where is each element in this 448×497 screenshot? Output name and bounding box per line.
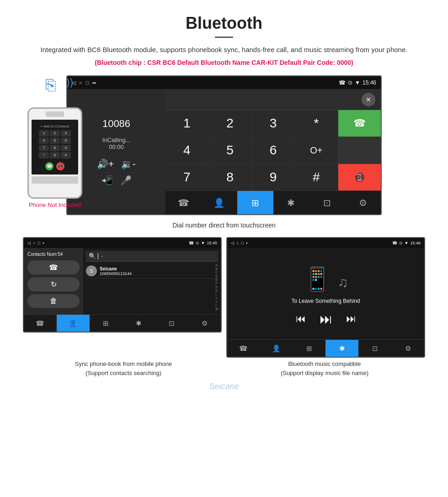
contacts-time: 15:45 <box>207 241 217 245</box>
music-notif-icon: ▪ <box>246 241 247 245</box>
key-4[interactable]: 4 <box>165 137 208 164</box>
contacts-bottom-bar: ☎ 👤 ⊞ ✱ ⊡ ⚙ <box>24 314 221 332</box>
alphabet-k: K <box>215 300 218 303</box>
previous-track-button[interactable]: ⏮ <box>296 313 306 325</box>
bottom-settings-icon[interactable]: ⚙ <box>345 191 381 214</box>
contacts-screenshot: ◁ ○ □ ▪ ☎ ⊙ ▼ 15:45 Contacts Num:54 <box>23 237 222 358</box>
alphabet-b: B <box>215 267 218 270</box>
music-phone-icon: ☎ <box>392 241 397 245</box>
music-mini-contacts-icon[interactable]: 👤 <box>260 340 293 357</box>
key-hash[interactable]: # <box>295 164 337 190</box>
song-title: To Leave Something Behind <box>291 298 360 304</box>
contact-avatar: S <box>86 265 97 276</box>
bottom-bluetooth-icon[interactable]: ✱ <box>273 191 309 214</box>
bottom-captions: Sync phone-book from mobile phone(Suppor… <box>0 360 448 377</box>
music-mini-transfer-icon[interactable]: ⊡ <box>358 340 391 357</box>
alphabet-i: I <box>215 293 218 296</box>
time-display: 15:46 <box>363 79 376 86</box>
music-location-icon: ⊙ <box>399 241 403 245</box>
back-arrow-icon: ← <box>100 254 105 259</box>
mic-icon[interactable]: 🎤 <box>120 175 132 186</box>
contacts-phone-icon: ☎ <box>189 241 194 245</box>
phone-music-icon: 📱 <box>303 266 331 292</box>
alphabet-d: D <box>215 275 218 278</box>
music-mini-bluetooth-icon[interactable]: ✱ <box>325 340 358 357</box>
music-bottom-bar: ☎ 👤 ⊞ ✱ ⊡ ⚙ <box>227 339 424 357</box>
music-caption: Bluetooth music compatible(Support displ… <box>224 360 425 377</box>
key-9[interactable]: 9 <box>252 164 294 190</box>
alphabet-m: M <box>215 307 218 311</box>
sync-action-btn[interactable]: ↻ <box>27 277 80 291</box>
music-wifi-icon: ▼ <box>405 241 409 245</box>
contact-item[interactable]: S Seicane 10655059113144 A B C D <box>86 264 218 279</box>
notification-icon: ▪▪ <box>92 80 96 85</box>
music-recents-icon: □ <box>241 241 243 245</box>
contacts-location-icon: ⊙ <box>196 241 199 245</box>
bluetooth-icon: ⎘ <box>46 75 56 95</box>
transfer-icon[interactable]: 📲 <box>101 175 113 186</box>
alphabet-l: L <box>215 304 218 307</box>
mini-transfer-icon[interactable]: ⊡ <box>155 315 188 332</box>
alphabet-a: A <box>215 264 218 267</box>
search-bar: 🔍 ← <box>86 251 218 262</box>
dial-keypad: ✕ 1 2 3 * ☎ 4 5 6 O+ <box>165 89 381 214</box>
dial-android-screen: ◁ ○ □ ▪▪ ☎ ⊙ ▼ 15:46 10086 InCalling... <box>66 75 382 215</box>
key-star[interactable]: * <box>295 110 337 137</box>
contacts-content: Contacts Num:54 ☎ ↻ 🗑 🔍 ← S <box>24 248 221 314</box>
delete-action-btn[interactable]: 🗑 <box>27 294 80 308</box>
volume-controls: 🔊+ 🔉- <box>97 159 135 169</box>
phone-label: Phone Not Included <box>18 201 91 208</box>
status-bar: ◁ ○ □ ▪▪ ☎ ⊙ ▼ 15:46 <box>67 76 381 89</box>
volume-up-icon[interactable]: 🔊+ <box>97 159 114 169</box>
bottom-dialpad-icon[interactable]: ⊞ <box>237 191 273 214</box>
dial-section: ⎘ )) + Add to Contacts 1 2 3 4 5 6 7 <box>0 71 448 218</box>
phone-image-area: ⎘ )) + Add to Contacts 1 2 3 4 5 6 7 <box>18 75 91 208</box>
key-2[interactable]: 2 <box>208 110 251 137</box>
alphabet-f: F <box>215 282 218 285</box>
contact-name: Seicane <box>100 266 132 271</box>
contacts-status-bar: ◁ ○ □ ▪ ☎ ⊙ ▼ 15:45 <box>24 238 221 248</box>
music-content: 📱 ♫ To Leave Something Behind ⏮ ⏭ ⏭ <box>227 248 424 339</box>
key-5[interactable]: 5 <box>208 137 251 164</box>
music-back-icon: ◁ <box>231 241 234 245</box>
contact-number: 10655059113144 <box>100 271 132 276</box>
mini-contacts-icon[interactable]: 👤 <box>57 315 90 332</box>
volume-down-icon[interactable]: 🔉- <box>121 159 136 169</box>
key-1[interactable]: 1 <box>165 110 208 137</box>
backspace-button[interactable]: ✕ <box>362 93 375 106</box>
other-controls: 📲 🎤 <box>101 175 132 186</box>
key-3[interactable]: 3 <box>252 110 294 137</box>
bottom-call-icon[interactable]: ☎ <box>165 191 202 214</box>
bottom-transfer-icon[interactable]: ⊡ <box>309 191 345 214</box>
end-call-button[interactable]: 📵 <box>338 164 381 190</box>
key-6[interactable]: 6 <box>252 137 294 164</box>
recents-nav-icon: □ <box>37 241 40 245</box>
music-controls: ⏮ ⏭ ⏭ <box>296 312 356 327</box>
wifi-icon: ▼ <box>355 79 360 86</box>
music-mini-settings-icon[interactable]: ⚙ <box>391 340 424 357</box>
music-mini-call-icon[interactable]: ☎ <box>227 340 260 357</box>
watermark: Seicane <box>0 377 448 396</box>
next-track-button[interactable]: ⏭ <box>346 313 356 325</box>
dial-caption: Dial number direct from touchscreen <box>0 218 448 235</box>
mini-settings-icon[interactable]: ⚙ <box>188 315 221 332</box>
status-right: ☎ ⊙ ▼ 15:46 <box>339 79 376 86</box>
phone-action-btn[interactable]: ☎ <box>27 260 80 275</box>
mini-call-icon[interactable]: ☎ <box>24 315 57 332</box>
mini-bluetooth-icon[interactable]: ✱ <box>122 315 155 332</box>
dial-content: 10086 InCalling... 00:00 🔊+ 🔉- 📲 🎤 <box>67 89 381 214</box>
calling-status: InCalling... <box>102 137 130 143</box>
header-specs: (Bluetooth chip : CSR BC6 Default Blueto… <box>27 59 421 66</box>
music-note-icon: 📱 ♫ <box>303 266 348 292</box>
key-7[interactable]: 7 <box>165 164 208 190</box>
music-mini-dialpad-icon[interactable]: ⊞ <box>293 340 326 357</box>
play-pause-button[interactable]: ⏭ <box>320 312 332 327</box>
page-title: Bluetooth <box>27 14 421 33</box>
key-0plus[interactable]: O+ <box>295 137 337 164</box>
mini-dialpad-icon[interactable]: ⊞ <box>90 315 123 332</box>
phone-mockup: + Add to Contacts 1 2 3 4 5 6 7 8 9 * 0 … <box>27 107 82 199</box>
key-8[interactable]: 8 <box>208 164 251 190</box>
bottom-contacts-icon[interactable]: 👤 <box>202 191 238 214</box>
call-button[interactable]: ☎ <box>338 110 381 137</box>
back-nav-icon: ◁ <box>27 241 31 245</box>
